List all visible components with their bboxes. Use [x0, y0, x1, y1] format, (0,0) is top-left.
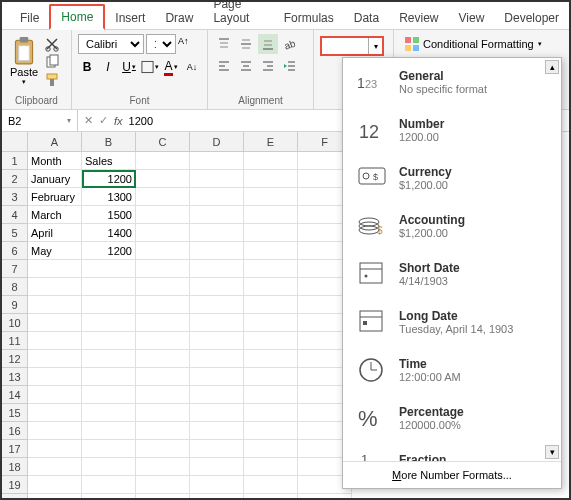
cell[interactable]	[190, 260, 244, 278]
cell[interactable]	[28, 386, 82, 404]
orientation-icon[interactable]: ab	[280, 34, 300, 54]
cell[interactable]	[136, 188, 190, 206]
bold-button[interactable]: B	[78, 57, 96, 77]
cell[interactable]	[244, 404, 298, 422]
fx-icon[interactable]: fx	[114, 115, 123, 127]
cell[interactable]	[28, 476, 82, 494]
underline-button[interactable]: U▾	[120, 57, 138, 77]
cell[interactable]	[136, 314, 190, 332]
number-format-dropdown[interactable]: ▾	[320, 36, 384, 56]
cell[interactable]	[244, 494, 298, 500]
cell[interactable]	[190, 296, 244, 314]
cell[interactable]	[82, 458, 136, 476]
tab-view[interactable]: View	[449, 7, 495, 29]
cell[interactable]: 1500	[82, 206, 136, 224]
cell[interactable]: 1200	[82, 170, 136, 188]
cell[interactable]	[28, 494, 82, 500]
cell[interactable]	[244, 260, 298, 278]
shrink-font-icon[interactable]: A↓	[183, 57, 201, 77]
format-option-fraction[interactable]: 12Fraction1200	[343, 442, 561, 461]
row-header[interactable]: 12	[2, 350, 28, 368]
row-header[interactable]: 10	[2, 314, 28, 332]
cell[interactable]	[190, 494, 244, 500]
format-option-general[interactable]: 123GeneralNo specific format	[343, 58, 561, 106]
cell[interactable]	[82, 260, 136, 278]
row-header[interactable]: 7	[2, 260, 28, 278]
cell[interactable]	[190, 404, 244, 422]
cell[interactable]	[136, 296, 190, 314]
row-header[interactable]: 3	[2, 188, 28, 206]
scroll-up-icon[interactable]: ▴	[545, 60, 559, 74]
format-option-currency[interactable]: $Currency$1,200.00	[343, 154, 561, 202]
name-box[interactable]: B2▾	[2, 110, 78, 131]
conditional-formatting-button[interactable]: Conditional Formatting ▾	[400, 34, 563, 54]
cell[interactable]	[82, 350, 136, 368]
row-header[interactable]: 15	[2, 404, 28, 422]
copy-icon[interactable]	[44, 54, 60, 70]
align-right-icon[interactable]	[258, 56, 278, 76]
cell[interactable]	[82, 422, 136, 440]
align-left-icon[interactable]	[214, 56, 234, 76]
column-header[interactable]: A	[28, 132, 82, 152]
cell[interactable]	[82, 332, 136, 350]
column-header[interactable]: C	[136, 132, 190, 152]
cell[interactable]	[136, 440, 190, 458]
cell[interactable]	[244, 170, 298, 188]
format-option-short-date[interactable]: Short Date4/14/1903	[343, 250, 561, 298]
row-header[interactable]: 19	[2, 476, 28, 494]
cell[interactable]	[82, 368, 136, 386]
cell[interactable]	[28, 440, 82, 458]
italic-button[interactable]: I	[99, 57, 117, 77]
cell[interactable]	[136, 152, 190, 170]
align-bottom-icon[interactable]	[258, 34, 278, 54]
cell[interactable]	[136, 350, 190, 368]
row-header[interactable]: 16	[2, 422, 28, 440]
align-middle-icon[interactable]	[236, 34, 256, 54]
cell[interactable]	[244, 422, 298, 440]
tab-page-layout[interactable]: Page Layout	[203, 0, 273, 29]
cell[interactable]: 1300	[82, 188, 136, 206]
cell[interactable]	[244, 152, 298, 170]
cell[interactable]	[190, 314, 244, 332]
indent-icon[interactable]	[280, 56, 300, 76]
align-top-icon[interactable]	[214, 34, 234, 54]
format-option-percentage[interactable]: %Percentage120000.00%	[343, 394, 561, 442]
cell[interactable]	[136, 332, 190, 350]
cell[interactable]	[244, 440, 298, 458]
grow-font-icon[interactable]: A↑	[178, 36, 194, 52]
cell[interactable]	[82, 278, 136, 296]
cell[interactable]	[190, 368, 244, 386]
cell[interactable]	[190, 152, 244, 170]
cell[interactable]	[136, 278, 190, 296]
cell[interactable]	[244, 224, 298, 242]
scroll-down-icon[interactable]: ▾	[545, 445, 559, 459]
row-header[interactable]: 14	[2, 386, 28, 404]
tab-insert[interactable]: Insert	[105, 7, 155, 29]
cell[interactable]	[82, 314, 136, 332]
cell[interactable]	[244, 206, 298, 224]
column-header[interactable]: D	[190, 132, 244, 152]
cell[interactable]	[244, 476, 298, 494]
cell[interactable]	[82, 296, 136, 314]
cell[interactable]	[244, 314, 298, 332]
cell[interactable]	[244, 188, 298, 206]
cell[interactable]	[244, 332, 298, 350]
tab-file[interactable]: File	[10, 7, 49, 29]
cell[interactable]	[28, 314, 82, 332]
font-name-select[interactable]: Calibri	[78, 34, 144, 54]
row-header[interactable]: 18	[2, 458, 28, 476]
cell[interactable]	[28, 368, 82, 386]
cell[interactable]: February	[28, 188, 82, 206]
cell[interactable]	[190, 458, 244, 476]
cell[interactable]	[82, 440, 136, 458]
cell[interactable]	[190, 242, 244, 260]
cell[interactable]	[190, 278, 244, 296]
format-option-number[interactable]: 12Number1200.00	[343, 106, 561, 154]
row-header[interactable]: 1	[2, 152, 28, 170]
paste-button[interactable]: Paste ▾	[8, 34, 40, 94]
format-option-time[interactable]: Time12:00:00 AM	[343, 346, 561, 394]
font-size-select[interactable]: 11	[146, 34, 176, 54]
cell[interactable]	[28, 422, 82, 440]
cell[interactable]	[82, 386, 136, 404]
cell[interactable]	[28, 458, 82, 476]
